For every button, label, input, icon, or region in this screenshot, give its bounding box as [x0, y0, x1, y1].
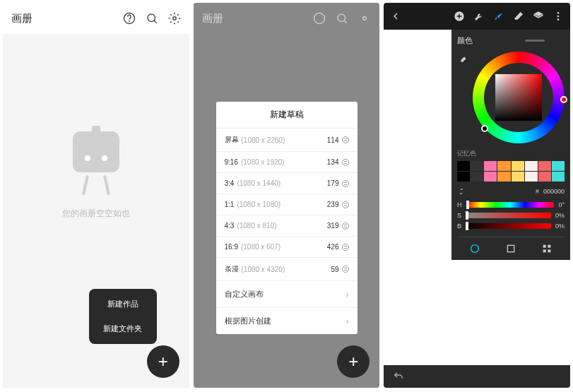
color-swatch[interactable]	[512, 172, 524, 182]
settings-icon[interactable]	[358, 12, 371, 25]
preset-dim: (1080 x 1920)	[241, 158, 327, 166]
undo-icon[interactable]	[392, 370, 405, 383]
preset-dim: (1080 x 607)	[241, 243, 327, 251]
fab-add-button[interactable]: +	[147, 345, 179, 378]
preset-row[interactable]: 1:1(1080 x 1080)239	[216, 194, 358, 215]
layers-count-icon	[342, 222, 349, 230]
color-panel: 颜色 记忆色 # 000000 H0° S0% B0%	[451, 30, 570, 260]
hex-value[interactable]: 000000	[543, 188, 565, 195]
layers-count-icon	[342, 159, 349, 166]
svg-point-6	[363, 17, 367, 20]
preset-label: 4:3	[225, 222, 235, 230]
preset-row[interactable]: 9:16(1080 x 1920)134	[216, 152, 358, 173]
saturation-square[interactable]	[495, 74, 542, 121]
fab-menu: 新建作品 新建文件夹	[89, 289, 157, 344]
s-value: 0%	[555, 212, 565, 219]
color-swatch[interactable]	[538, 161, 551, 171]
bri-slider[interactable]	[466, 223, 551, 229]
preset-label: 9:16	[225, 158, 238, 166]
color-swatch[interactable]	[552, 172, 565, 182]
preset-row[interactable]: 屏幕(1080 x 2260)114	[216, 129, 358, 152]
svg-rect-13	[543, 245, 545, 248]
swap-icon[interactable]	[457, 187, 466, 196]
swatch-grid	[457, 161, 565, 182]
color-swatch[interactable]	[512, 161, 524, 171]
topbar-icons	[313, 12, 371, 25]
color-swatch[interactable]	[497, 161, 510, 171]
color-swatch[interactable]	[484, 161, 497, 171]
color-swatch[interactable]	[471, 161, 483, 171]
s-label: S	[457, 212, 461, 219]
from-image-label: 根据图片创建	[225, 316, 271, 326]
help-icon[interactable]	[313, 12, 326, 25]
preset-row[interactable]: 16:9(1080 x 607)426	[216, 237, 358, 258]
preset-count: 179	[327, 179, 339, 187]
search-icon[interactable]	[336, 12, 348, 25]
h-label: H	[457, 201, 462, 208]
tab-square-icon[interactable]	[505, 243, 516, 254]
color-swatch[interactable]	[471, 172, 483, 182]
color-swatch[interactable]	[525, 161, 538, 171]
menu-new-work[interactable]: 新建作品	[89, 292, 157, 316]
memory-colors-label: 记忆色	[457, 149, 565, 158]
color-swatch[interactable]	[497, 172, 510, 182]
new-canvas-screen: 画册 新建草稿 屏幕(1080 x 2260)1149:16(1080 x 19…	[194, 3, 380, 388]
preset-count: 114	[327, 136, 339, 144]
hue-slider[interactable]	[466, 202, 555, 208]
add-icon[interactable]	[453, 10, 466, 23]
back-icon[interactable]	[389, 10, 402, 23]
b-label: B	[457, 222, 461, 230]
preset-dim: (1080 x 2260)	[242, 136, 327, 144]
menu-new-folder[interactable]: 新建文件夹	[89, 316, 157, 341]
color-swatch[interactable]	[457, 161, 470, 171]
more-icon[interactable]	[552, 10, 565, 23]
preset-label: 1:1	[225, 201, 235, 208]
color-swatch[interactable]	[552, 161, 565, 171]
preset-row[interactable]: 3:4(1080 x 1440)179	[216, 173, 358, 194]
eraser-icon[interactable]	[512, 10, 525, 23]
b-value: 0%	[555, 222, 565, 230]
app-title: 画册	[202, 12, 314, 25]
color-swatch[interactable]	[538, 172, 551, 182]
empty-text: 您的画册空空如也	[62, 208, 130, 220]
brush-icon[interactable]	[492, 10, 505, 23]
layers-icon[interactable]	[532, 10, 545, 23]
panel-tabs	[457, 237, 565, 254]
color-swatch[interactable]	[525, 172, 538, 182]
custom-canvas-label: 自定义画布	[225, 289, 264, 299]
layers-count-icon	[342, 136, 349, 143]
fab-add-button[interactable]: +	[337, 345, 370, 378]
eyedropper-icon[interactable]	[457, 54, 468, 66]
custom-canvas-row[interactable]: 自定义画布 ›	[216, 281, 358, 308]
wrench-icon[interactable]	[473, 10, 485, 23]
preset-count: 319	[327, 222, 339, 230]
preset-row[interactable]: 4:3(1080 x 810)319	[216, 215, 358, 237]
tab-wheel-icon[interactable]	[469, 243, 480, 254]
topbar-icons	[123, 12, 181, 25]
svg-point-10	[557, 18, 560, 20]
gallery-screen: 画册 您的画册空空如也 新建作品 新建文件夹 +	[3, 3, 189, 388]
color-swatch[interactable]	[484, 172, 497, 182]
from-image-row[interactable]: 根据图片创建 ›	[216, 308, 358, 334]
sv-handle[interactable]	[481, 125, 488, 132]
canvas-screen: 颜色 记忆色 # 000000 H0° S0% B0%	[384, 3, 570, 388]
color-swatch[interactable]	[457, 172, 470, 182]
help-icon[interactable]	[123, 12, 136, 25]
new-draft-dialog: 新建草稿 屏幕(1080 x 2260)1149:16(1080 x 1920)…	[216, 102, 358, 334]
drag-handle[interactable]	[525, 40, 545, 42]
toolbar	[384, 3, 570, 30]
color-wheel[interactable]	[473, 52, 565, 143]
preset-row[interactable]: 条漫(1080 x 4320)59	[216, 258, 358, 281]
search-icon[interactable]	[146, 12, 158, 25]
preset-dim: (1080 x 1080)	[237, 201, 326, 208]
settings-icon[interactable]	[168, 12, 181, 25]
svg-rect-16	[548, 249, 550, 252]
svg-point-1	[129, 20, 129, 21]
hue-handle[interactable]	[560, 96, 567, 103]
svg-point-8	[557, 12, 560, 14]
tab-grid-icon[interactable]	[541, 243, 553, 254]
h-value: 0°	[558, 201, 565, 208]
bottom-bar	[384, 365, 570, 388]
sat-slider[interactable]	[466, 213, 551, 218]
panel-title: 颜色	[457, 35, 519, 46]
